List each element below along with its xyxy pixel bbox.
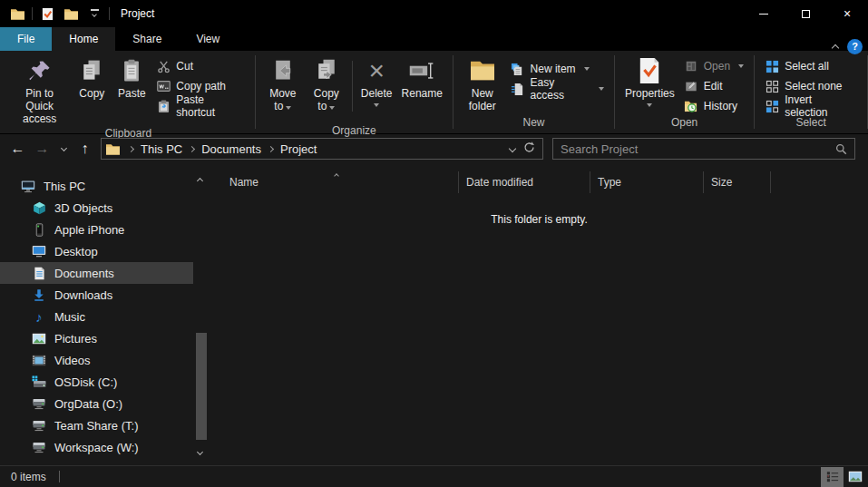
column-header-date-modified[interactable]: Date modified bbox=[459, 171, 590, 193]
sidebar-item-music[interactable]: ♪ Music bbox=[0, 306, 193, 327]
group-label-select: Select bbox=[755, 116, 867, 133]
breadcrumb-separator-icon bbox=[128, 145, 134, 151]
breadcrumb-this-pc[interactable]: This PC bbox=[137, 142, 186, 156]
breadcrumb-documents[interactable]: Documents bbox=[198, 142, 265, 156]
help-button[interactable]: ? bbox=[847, 39, 863, 54]
recent-locations-button[interactable] bbox=[54, 137, 73, 161]
refresh-button[interactable] bbox=[523, 141, 535, 157]
maximize-button[interactable] bbox=[785, 0, 826, 27]
group-label-open: Open bbox=[615, 116, 754, 133]
sidebar-item-osdisk-c[interactable]: OSDisk (C:) bbox=[0, 371, 193, 393]
main-area: This PC 3D Objects Apple iPhone Desktop bbox=[0, 163, 868, 465]
invert-selection-button[interactable]: Invert selection bbox=[760, 96, 862, 116]
customize-toolbar-chevron-icon[interactable] bbox=[85, 5, 103, 23]
address-bar[interactable]: This PC Documents Project bbox=[101, 138, 543, 160]
sidebar-item-videos[interactable]: Videos bbox=[0, 349, 193, 371]
copy-button[interactable]: Copy bbox=[72, 54, 112, 102]
film-icon bbox=[32, 353, 46, 367]
delete-button[interactable]: × Delete bbox=[356, 54, 397, 109]
new-folder-quick-icon[interactable] bbox=[62, 5, 80, 23]
search-box bbox=[552, 138, 855, 160]
details-view-button[interactable] bbox=[821, 467, 844, 487]
column-header-name[interactable]: Name bbox=[222, 171, 459, 193]
dropdown-caret-icon bbox=[738, 64, 744, 68]
sidebar-item-workspace-w[interactable]: Workspace (W:) bbox=[0, 436, 193, 458]
easy-access-button[interactable]: Easy access bbox=[506, 79, 609, 99]
move-to-button[interactable]: Move to bbox=[261, 54, 305, 115]
chevron-up-icon bbox=[832, 44, 839, 52]
cut-button[interactable]: Cut bbox=[151, 56, 249, 76]
pc-icon bbox=[21, 179, 35, 193]
up-button[interactable]: ↑ bbox=[73, 137, 97, 161]
toolbar-separator bbox=[32, 7, 33, 20]
minimize-button[interactable] bbox=[743, 0, 785, 27]
ribbon-group-new: New folder New item Easy acces bbox=[454, 51, 614, 133]
scrollbar-thumb[interactable] bbox=[196, 333, 207, 440]
address-dropdown-button[interactable] bbox=[510, 141, 515, 157]
select-all-icon bbox=[765, 59, 779, 73]
tab-home[interactable]: Home bbox=[52, 27, 115, 51]
tab-view[interactable]: View bbox=[179, 27, 237, 51]
sidebar-item-3d-objects[interactable]: 3D Objects bbox=[0, 197, 193, 219]
collapse-ribbon-button[interactable] bbox=[833, 38, 838, 54]
back-button[interactable]: ← bbox=[5, 137, 30, 161]
sidebar-item-desktop[interactable]: Desktop bbox=[0, 240, 193, 262]
ribbon-group-organize: Move to Copy to × Delete bbox=[256, 51, 453, 133]
thumbnail-view-icon bbox=[848, 471, 863, 482]
copy-to-icon bbox=[311, 55, 342, 86]
maximize-icon bbox=[802, 10, 810, 18]
forward-button[interactable]: → bbox=[30, 137, 54, 161]
copy-to-button[interactable]: Copy to bbox=[305, 54, 348, 115]
sidebar-item-team-share-t[interactable]: Team Share (T:) bbox=[0, 414, 193, 436]
sidebar-scrollbar[interactable] bbox=[195, 170, 208, 460]
rename-button[interactable]: Rename bbox=[397, 54, 447, 102]
address-folder-icon bbox=[106, 143, 120, 155]
sidebar-item-orgdata-o[interactable]: OrgData (O:) bbox=[0, 393, 193, 414]
delete-icon: × bbox=[361, 55, 392, 86]
sidebar-item-apple-iphone[interactable]: Apple iPhone bbox=[0, 219, 193, 240]
quick-access-toolbar: Project bbox=[0, 5, 154, 23]
empty-folder-message: This folder is empty. bbox=[210, 213, 868, 226]
items-count: 0 items bbox=[0, 471, 46, 483]
easy-access-icon bbox=[511, 82, 525, 96]
ribbon-tab-row: File Home Share View ? bbox=[0, 27, 868, 51]
close-button[interactable]: × bbox=[826, 0, 868, 27]
new-folder-button[interactable]: New folder bbox=[459, 54, 506, 115]
refresh-icon bbox=[523, 141, 535, 153]
sidebar-item-this-pc[interactable]: This PC bbox=[0, 175, 193, 197]
properties-icon bbox=[634, 55, 665, 86]
sidebar-item-downloads[interactable]: Downloads bbox=[0, 284, 193, 306]
view-toggle-buttons bbox=[821, 467, 866, 487]
title-bar: Project × bbox=[0, 0, 868, 27]
dropdown-caret-icon bbox=[584, 67, 590, 71]
thumbnail-view-button[interactable] bbox=[844, 467, 866, 487]
window-controls: × bbox=[743, 0, 868, 27]
search-icon[interactable] bbox=[835, 143, 854, 155]
scroll-down-icon[interactable] bbox=[198, 443, 202, 460]
scroll-up-icon[interactable] bbox=[198, 170, 202, 187]
select-all-button[interactable]: Select all bbox=[760, 56, 862, 76]
sidebar-item-documents[interactable]: Documents bbox=[0, 262, 193, 284]
history-button[interactable]: History bbox=[679, 96, 748, 116]
new-item-icon bbox=[511, 62, 525, 76]
history-icon bbox=[684, 99, 698, 113]
ribbon-group-open: Properties Open Edi bbox=[615, 51, 754, 133]
properties-quick-icon[interactable] bbox=[38, 5, 56, 23]
open-button[interactable]: Open bbox=[679, 56, 748, 76]
edit-button[interactable]: Edit bbox=[679, 76, 748, 96]
group-inner-separator bbox=[352, 61, 353, 112]
close-icon: × bbox=[844, 7, 851, 20]
paste-shortcut-button[interactable]: Paste shortcut bbox=[151, 96, 249, 116]
breadcrumb-project[interactable]: Project bbox=[277, 142, 320, 156]
paste-button[interactable]: Paste bbox=[112, 54, 151, 102]
search-input[interactable] bbox=[553, 142, 835, 156]
properties-button[interactable]: Properties bbox=[620, 54, 679, 109]
column-header-size[interactable]: Size bbox=[704, 171, 771, 193]
tab-share[interactable]: Share bbox=[115, 27, 179, 51]
group-label-organize: Organize bbox=[256, 124, 453, 138]
tab-file[interactable]: File bbox=[0, 27, 52, 51]
breadcrumb-separator-icon bbox=[189, 145, 195, 151]
column-header-type[interactable]: Type bbox=[590, 171, 704, 193]
sidebar-item-pictures[interactable]: Pictures bbox=[0, 327, 193, 349]
pin-to-quick-access-button[interactable]: Pin to Quick access bbox=[7, 54, 72, 127]
